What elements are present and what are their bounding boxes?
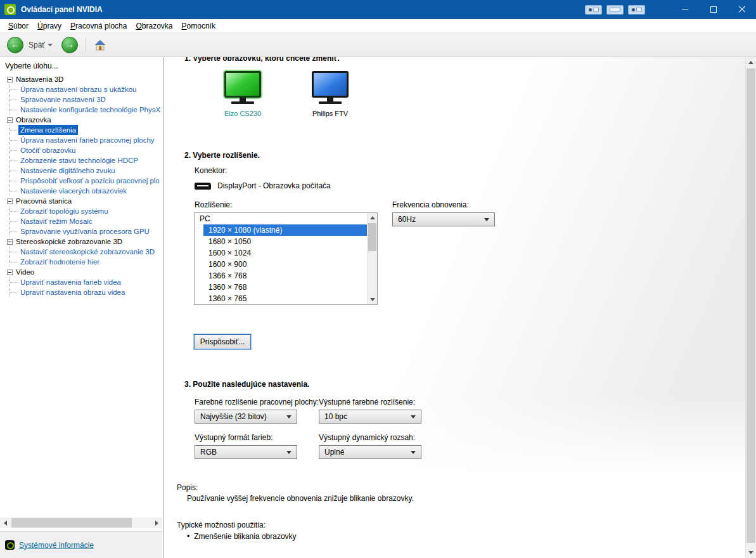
desktop-color-depth-select[interactable]: Najvyššie (32 bitov): [195, 410, 297, 424]
sidebar-horizontal-scrollbar[interactable]: [0, 517, 162, 528]
menu-item-4[interactable]: Obrazovka: [131, 20, 177, 32]
back-dropdown-caret-icon[interactable]: [48, 44, 53, 46]
tree-item[interactable]: Nastavenie konfigurácie technológie Phys…: [10, 105, 162, 115]
monitor-base: [319, 101, 342, 104]
tree-item-label[interactable]: Upraviť nastavenia farieb videa: [18, 277, 123, 287]
scroll-right-button[interactable]: [151, 517, 162, 528]
tree-item[interactable]: Nastavenie digitálneho zvuku: [10, 165, 162, 176]
minimize-button[interactable]: [670, 0, 699, 19]
home-button[interactable]: [94, 39, 106, 51]
tree-category[interactable]: Nastavenia 3D: [4, 74, 162, 84]
back-button-label[interactable]: Späť: [29, 41, 45, 49]
resolution-option[interactable]: 1680 × 1050: [203, 236, 367, 247]
tree-item[interactable]: Upraviť nastavenia farieb videa: [10, 277, 162, 287]
tree-item[interactable]: Upraviť nastavenia obrazu videa: [10, 287, 162, 297]
tree-item[interactable]: Nastavenie viacerých obrazoviek: [10, 186, 162, 196]
tree-category[interactable]: Obrazovka: [4, 115, 162, 125]
titlebar-view-button-2[interactable]: [606, 5, 624, 15]
tree-item-label[interactable]: Nastavenie viacerých obrazoviek: [18, 186, 129, 196]
section1-title: 1. Vyberte obrazovku, ktorú chcete zmeni…: [184, 57, 340, 63]
listbox-scrollbar[interactable]: [367, 213, 377, 304]
sidebar: Vyberte úlohu... Nastavenia 3DÚprava nas…: [0, 57, 163, 558]
scrollbar-thumb[interactable]: [746, 68, 755, 543]
tree-item[interactable]: Úprava nastavení farieb pracovnej plochy: [10, 135, 162, 145]
output-color-format-select[interactable]: RGB: [195, 445, 297, 459]
tree-item[interactable]: Zmena rozlíšenia: [10, 125, 162, 135]
tree-category[interactable]: Video: [4, 267, 162, 277]
listbox-scrollbar-thumb[interactable]: [368, 223, 376, 251]
back-button[interactable]: ←: [7, 37, 23, 53]
tree-category[interactable]: Stereoskopické zobrazovanie 3D: [4, 237, 162, 247]
nvidia-logo-icon: [4, 4, 16, 15]
collapse-icon[interactable]: [7, 239, 13, 245]
tree-item[interactable]: Nastaviť režim Mosaic: [10, 216, 162, 226]
resolution-option[interactable]: 1600 × 1024: [203, 247, 367, 259]
toolbar-separator: [86, 37, 86, 53]
tree-category[interactable]: Pracovná stanica: [4, 196, 162, 206]
tree-item-label[interactable]: Zobrazenie stavu technológie HDCP: [18, 155, 140, 165]
collapse-icon[interactable]: [7, 269, 13, 275]
tree-item-label[interactable]: Spravovanie nastavení 3D: [18, 94, 108, 105]
scroll-left-button[interactable]: [0, 517, 11, 528]
menu-item-5[interactable]: Pomocník: [177, 20, 220, 32]
tree-item[interactable]: Otočiť obrazovku: [10, 145, 162, 155]
tree-item-label[interactable]: Zmena rozlíšenia: [18, 125, 78, 135]
vertical-scrollbar[interactable]: [745, 57, 756, 558]
resolution-option[interactable]: 1360 × 765: [203, 293, 367, 304]
output-dynamic-range-value: Úplné: [324, 448, 344, 457]
resolution-option[interactable]: 1600 × 900: [203, 259, 367, 270]
tree-item[interactable]: Nastaviť stereoskopické zobrazovanie 3D: [10, 247, 162, 257]
tree-item[interactable]: Spravovanie využívania procesora GPU: [10, 226, 162, 237]
titlebar-view-button-1[interactable]: [585, 5, 602, 15]
collapse-icon[interactable]: [7, 198, 13, 204]
titlebar: Ovládací panel NVIDIA: [0, 0, 756, 19]
tree-item-label[interactable]: Zobraziť topológiu systému: [18, 206, 110, 216]
resolution-option[interactable]: 1360 × 768: [203, 282, 367, 293]
scroll-up-button[interactable]: [746, 57, 756, 68]
tree-item-label[interactable]: Úprava nastavení obrazu s ukážkou: [18, 84, 138, 94]
titlebar-view-button-3[interactable]: [628, 5, 645, 15]
tree-item-label[interactable]: Otočiť obrazovku: [18, 145, 77, 155]
tree-item[interactable]: Zobraziť topológiu systému: [10, 206, 162, 216]
menu-item-1[interactable]: Súbor: [4, 20, 33, 32]
maximize-button[interactable]: [699, 0, 727, 19]
listbox-scroll-up-button[interactable]: [368, 213, 377, 223]
menu-item-3[interactable]: Pracovná plocha: [66, 20, 131, 32]
collapse-icon[interactable]: [7, 77, 13, 82]
tree-item-label[interactable]: Prispôsobiť veľkosť a pozíciu pracovnej …: [18, 176, 162, 186]
tree-item-label[interactable]: Úprava nastavení farieb pracovnej plochy: [18, 135, 157, 145]
menu-item-2[interactable]: Úpravy: [33, 20, 66, 32]
listbox-scroll-down-button[interactable]: [368, 295, 377, 304]
tree-item[interactable]: Prispôsobiť veľkosť a pozíciu pracovnej …: [10, 176, 162, 186]
setting-field: Výstupné farebné rozlíšenie:10 bpc: [319, 398, 443, 424]
tree-item[interactable]: Spravovanie nastavení 3D: [10, 94, 162, 105]
tree-item-label[interactable]: Nastavenie konfigurácie technológie Phys…: [18, 105, 162, 115]
output-color-depth-select[interactable]: 10 bpc: [319, 410, 421, 424]
output-dynamic-range-select[interactable]: Úplné: [319, 445, 421, 459]
tree-item[interactable]: Úprava nastavení obrazu s ukážkou: [10, 84, 162, 94]
tree-item-label[interactable]: Upraviť nastavenia obrazu videa: [18, 287, 127, 297]
close-button[interactable]: [727, 0, 756, 19]
tree-item-label[interactable]: Zobraziť hodnotenie hier: [18, 257, 101, 267]
resolution-option[interactable]: 1366 × 768: [203, 270, 367, 282]
usage-label: Typické možnosti použitia:: [177, 521, 266, 529]
collapse-icon[interactable]: [7, 117, 13, 123]
display-option[interactable]: Philips FTV: [310, 71, 350, 117]
system-info-link[interactable]: Systémové informácie: [19, 541, 94, 550]
customize-button[interactable]: Prispôsobiť...: [194, 334, 251, 349]
refresh-rate-select[interactable]: 60Hz: [392, 212, 495, 226]
horizontal-scrollbar-thumb[interactable]: [11, 518, 132, 528]
tree-item[interactable]: Zobraziť hodnotenie hier: [10, 257, 162, 267]
resolution-group-label: PC: [195, 213, 377, 224]
tree-item[interactable]: Zobrazenie stavu technológie HDCP: [10, 155, 162, 165]
tree-item-label[interactable]: Nastavenie digitálneho zvuku: [18, 165, 117, 176]
tree-item-label[interactable]: Spravovanie využívania procesora GPU: [18, 226, 151, 237]
resolution-option[interactable]: 1920 × 1080 (vlastné): [203, 224, 367, 236]
tree-item-label[interactable]: Nastaviť režim Mosaic: [18, 216, 94, 226]
display-option[interactable]: Eizo CS230: [222, 71, 263, 117]
forward-button[interactable]: →: [61, 37, 78, 53]
tree-item-label[interactable]: Nastaviť stereoskopické zobrazovanie 3D: [18, 247, 157, 257]
usage-list: Zmenšenie blikania obrazovky: [187, 531, 297, 542]
chevron-down-icon: [411, 415, 416, 418]
scroll-down-button[interactable]: [746, 547, 756, 558]
